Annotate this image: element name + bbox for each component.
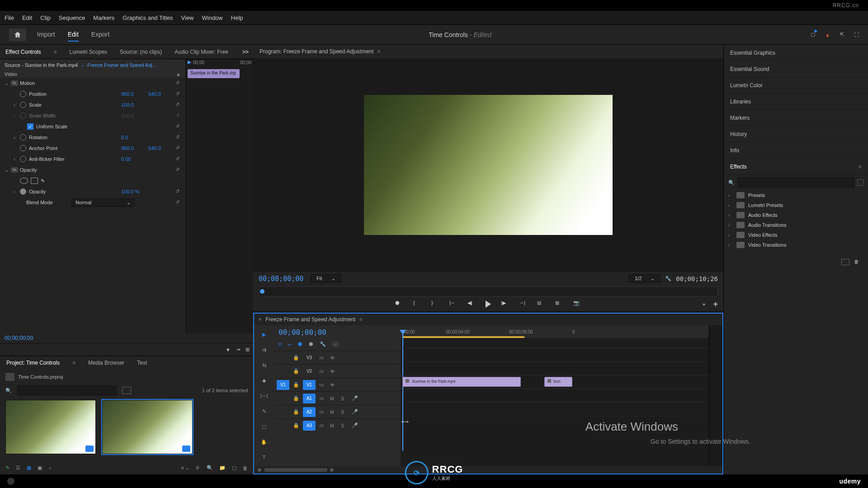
- menu-help[interactable]: Help: [231, 14, 243, 21]
- panel-info[interactable]: Info: [724, 142, 868, 159]
- project-item-thumbnail[interactable]: [102, 400, 193, 454]
- tab-media-browser[interactable]: Media Browser: [88, 360, 124, 366]
- fullscreen-icon[interactable]: ⛶: [854, 32, 859, 38]
- position-x-value[interactable]: 960.0: [121, 91, 148, 97]
- track-header-v2[interactable]: 🔒 V2 ▭ 👁: [274, 364, 401, 378]
- timeline-timecode[interactable]: 00;00;00;00: [274, 325, 401, 339]
- panel-history[interactable]: History: [724, 126, 868, 142]
- chevron-down-icon[interactable]: ⌄: [80, 62, 85, 68]
- track-target-a1[interactable]: A1: [303, 394, 316, 404]
- playhead-icon[interactable]: ▶: [188, 59, 191, 65]
- solo-button[interactable]: S: [341, 396, 348, 401]
- tab-import[interactable]: Import: [37, 28, 55, 42]
- lift-button[interactable]: ⊟: [537, 300, 545, 308]
- quick-export-icon[interactable]: ▢: [811, 32, 815, 38]
- reset-icon[interactable]: ↺: [175, 188, 184, 195]
- razor-tool[interactable]: ◆: [259, 376, 269, 385]
- find-icon[interactable]: 🔍: [207, 465, 213, 471]
- rotation-value[interactable]: 0.0: [121, 135, 148, 140]
- ec-mini-timeline[interactable]: ▶ 00;00 00;00 Sunrise in the Park.mp: [185, 59, 253, 333]
- fx-badge[interactable]: fx: [11, 167, 18, 173]
- reset-icon[interactable]: ↺: [175, 199, 184, 206]
- track-header-v1[interactable]: V1 🔒 V1 ▭ 👁: [274, 378, 401, 391]
- go-to-out-button[interactable]: →|: [519, 300, 527, 308]
- effects-filter-icon[interactable]: [857, 179, 863, 186]
- pen-mask-icon[interactable]: ✎: [41, 178, 45, 184]
- menu-edit[interactable]: Edit: [22, 14, 32, 21]
- effects-search-input[interactable]: [737, 178, 854, 188]
- program-monitor[interactable]: [253, 58, 723, 272]
- marker-button[interactable]: ⬣: [395, 300, 403, 308]
- new-bin-icon[interactable]: 📁: [219, 465, 226, 471]
- uniform-scale-checkbox[interactable]: ✓: [27, 123, 33, 130]
- timeline-content[interactable]: ;00;00 00;00;04;00 00;00;08;00 0 Sunrise…: [401, 325, 709, 466]
- opacity-value[interactable]: 100.0 %: [121, 189, 148, 194]
- zoom-fit-select[interactable]: Fit ⌄: [311, 274, 341, 283]
- reset-icon[interactable]: ↺: [175, 91, 184, 97]
- solo-button[interactable]: S: [341, 423, 348, 428]
- trash-icon[interactable]: 🗑: [854, 259, 859, 265]
- program-timecode[interactable]: 00;00;00;00: [259, 275, 303, 283]
- mute-button[interactable]: M: [330, 423, 337, 428]
- stopwatch-icon[interactable]: [20, 156, 26, 162]
- icon-view-icon[interactable]: ▦: [27, 465, 31, 471]
- toggle-sync-icon[interactable]: ▭: [319, 409, 326, 415]
- selection-tool[interactable]: ▶: [259, 330, 269, 339]
- panel-effects[interactable]: Effects ≡: [724, 159, 868, 175]
- slip-tool[interactable]: |↔|: [259, 391, 269, 400]
- new-item-icon[interactable]: ▢: [232, 465, 236, 471]
- toggle-sync-icon[interactable]: ▭: [319, 395, 326, 401]
- project-search-input[interactable]: [17, 385, 117, 395]
- mute-button[interactable]: M: [330, 396, 337, 401]
- track-target-v1[interactable]: V1: [303, 380, 316, 390]
- write-icon[interactable]: ✎: [5, 465, 9, 471]
- settings-icon[interactable]: ⊞: [245, 347, 250, 352]
- anchor-x-value[interactable]: 960.0: [121, 145, 148, 151]
- resolution-select[interactable]: 1/2 ⌄: [629, 274, 660, 283]
- source-patch-v1[interactable]: V1: [277, 380, 289, 390]
- timeline-zoom-scroll[interactable]: [254, 466, 722, 474]
- stopwatch-icon[interactable]: [20, 134, 26, 141]
- wrench-icon[interactable]: 🔧: [320, 341, 326, 347]
- toggle-output-icon[interactable]: 👁: [330, 355, 337, 361]
- track-lane-v1[interactable]: Sunrise in the Park.mp4 Sun: [401, 375, 709, 389]
- track-lane-v3[interactable]: [401, 348, 709, 361]
- new-bin-icon[interactable]: [841, 259, 849, 265]
- snap-icon[interactable]: ⧈: [278, 341, 282, 347]
- flicker-value[interactable]: 0.00: [121, 156, 148, 162]
- tab-lumetri-scopes[interactable]: Lumetri Scopes: [70, 49, 107, 55]
- step-forward-button[interactable]: |▶: [501, 300, 509, 308]
- close-tab-icon[interactable]: ×: [259, 316, 262, 323]
- effects-folder[interactable]: ›Audio Effects: [728, 210, 863, 220]
- panel-essential-graphics[interactable]: Essential Graphics: [724, 45, 868, 61]
- stopwatch-icon[interactable]: [20, 145, 26, 151]
- zoom-slider-dot[interactable]: ○: [48, 465, 52, 471]
- track-target-a3[interactable]: A3: [303, 421, 316, 431]
- extract-button[interactable]: ⊞: [555, 300, 563, 308]
- mark-out-button[interactable]: }: [431, 300, 439, 308]
- lock-icon[interactable]: 🔒: [293, 409, 299, 415]
- lock-icon[interactable]: 🔒: [293, 382, 299, 388]
- lock-icon[interactable]: 🔒: [293, 368, 299, 374]
- mute-button[interactable]: M: [330, 409, 337, 415]
- caption-icon[interactable]: cc: [332, 342, 339, 347]
- twisty-icon[interactable]: ⌄: [5, 167, 11, 173]
- rectangle-tool[interactable]: ▢: [259, 422, 269, 431]
- lock-icon[interactable]: 🔒: [293, 355, 299, 361]
- reset-icon[interactable]: ↺: [175, 156, 184, 162]
- in-out-icon[interactable]: ⇥: [236, 347, 240, 352]
- zoom-bar[interactable]: [264, 468, 327, 472]
- zoom-handle[interactable]: [258, 468, 261, 472]
- menu-view[interactable]: View: [181, 14, 194, 21]
- timeline-sequence-title[interactable]: Freeze Frame and Speed Adjustment: [265, 316, 355, 323]
- track-lane-v2[interactable]: [401, 361, 709, 375]
- tab-text[interactable]: Text: [137, 360, 147, 366]
- effects-folder[interactable]: ›Video Transitions: [728, 240, 863, 250]
- reset-icon[interactable]: ↺: [175, 102, 184, 108]
- track-header-a3[interactable]: 🔒 A3 ▭ M S 🎤: [274, 418, 401, 432]
- menu-graphics[interactable]: Graphics and Titles: [123, 14, 173, 21]
- mark-in-button[interactable]: {: [413, 300, 421, 308]
- settings-icon[interactable]: ⬣: [309, 341, 313, 347]
- track-header-a1[interactable]: 🔒 A1 ▭ M S 🎤: [274, 391, 401, 405]
- stopwatch-icon[interactable]: [20, 188, 26, 195]
